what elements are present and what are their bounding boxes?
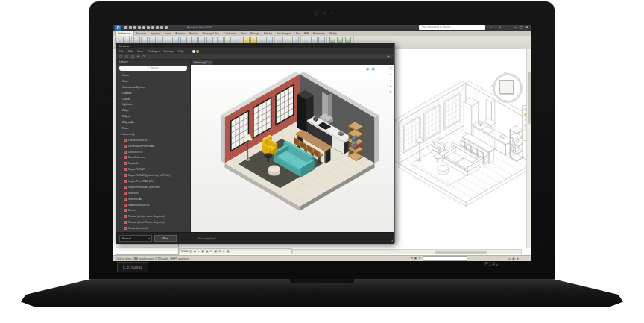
open-icon[interactable]	[124, 26, 127, 29]
filter-select-icon[interactable]: ▼	[517, 257, 520, 260]
library-node[interactable]: Scale (amount)	[116, 225, 190, 231]
camera-export-icon[interactable]: ◉	[366, 66, 369, 71]
library-search-input[interactable]: ⌕ Search	[119, 66, 187, 71]
search-input[interactable]: Type a keyword or phrase	[419, 25, 485, 30]
tab-architecture[interactable]: Architecture	[115, 31, 134, 36]
library-category[interactable]: ›Face	[116, 125, 190, 131]
maximize-button[interactable]: ▢	[520, 25, 523, 31]
redo-icon[interactable]	[138, 26, 141, 29]
library-node[interactable]: ExportToSAT	[116, 166, 190, 172]
sign-in-icon[interactable]: ◔	[486, 25, 487, 30]
save-icon[interactable]	[129, 26, 132, 29]
library-category[interactable]: ›Ellipse	[116, 113, 190, 119]
library-category[interactable]: ›Curve	[116, 96, 190, 102]
zoom-in-icon[interactable]: +	[390, 72, 392, 76]
view-scale[interactable]: 1:100	[181, 250, 188, 253]
horizontal-scrollbar[interactable]	[292, 249, 522, 254]
resize-grip[interactable]: ◢	[391, 239, 393, 242]
status-filter-box[interactable]	[423, 256, 467, 261]
run-button[interactable]: Run	[154, 235, 177, 242]
workspace-tab[interactable]: Interior.dyn* ✕	[192, 60, 213, 65]
editable-only-icon[interactable]: ☑	[508, 257, 511, 260]
menu-edit[interactable]: Edit	[128, 50, 133, 53]
new-file-icon[interactable]: ▢	[119, 54, 122, 59]
app-store-icon[interactable]: ⌂	[495, 25, 496, 30]
library-category[interactable]: ›Edge	[116, 107, 190, 113]
crop-view-icon[interactable]: ⊡	[210, 249, 212, 254]
rendering-icon[interactable]: ◉	[206, 249, 209, 254]
menu-file[interactable]: File	[119, 50, 124, 53]
redo-icon[interactable]: ↷	[142, 54, 145, 59]
zoom-out-icon[interactable]: −	[390, 78, 392, 82]
crop-region-icon[interactable]: ▣	[214, 249, 217, 254]
vertical-scrollbar[interactable]	[526, 49, 531, 248]
filter-icon[interactable]: ▼	[418, 257, 421, 260]
print-icon[interactable]	[142, 26, 145, 29]
library-node[interactable]: Explode	[116, 160, 190, 166]
library-node[interactable]: ImportFromSAT (filePath)	[116, 184, 190, 190]
render-icon[interactable]	[165, 26, 168, 29]
library-category[interactable]: ›Cylinder	[116, 101, 190, 107]
close-tab-icon[interactable]: ✕	[209, 61, 211, 64]
library-node[interactable]: DeserializeFromSAB	[116, 143, 190, 149]
library-category[interactable]: ⌄Geometry	[116, 131, 190, 137]
pan-icon[interactable]: ✛	[389, 84, 392, 88]
viewcube-face[interactable]	[499, 80, 514, 94]
viewcube[interactable]	[490, 71, 522, 102]
analytical-model-icon[interactable]: ▦	[227, 249, 230, 254]
undo-icon[interactable]	[133, 26, 136, 29]
design-options-icon[interactable]: ▣	[414, 257, 417, 260]
library-node[interactable]: Mirror	[116, 207, 190, 213]
temporary-hide-icon[interactable]: ⊞	[218, 249, 221, 254]
undo-icon[interactable]: ↶	[137, 54, 140, 59]
library-category[interactable]: ›Cuboid	[116, 90, 190, 96]
open-file-icon[interactable]: ◱	[125, 54, 128, 59]
library-node[interactable]: IsAlmostEqualTo	[116, 202, 190, 208]
menu-view[interactable]: View	[137, 50, 143, 53]
section-icon[interactable]	[160, 26, 163, 29]
library-node[interactable]: DistanceTo	[116, 149, 190, 155]
viewcube-west-arrow[interactable]	[490, 84, 493, 87]
viewcube-south-arrow[interactable]	[504, 100, 507, 103]
zoom-fit-icon[interactable]: ◻	[389, 66, 392, 70]
revit-logo-icon[interactable]: R	[115, 25, 121, 31]
library-node[interactable]: IntersectAll	[116, 196, 190, 202]
save-icon[interactable]: ⬓	[131, 54, 134, 59]
library-node[interactable]: DoesIntersect	[116, 154, 190, 160]
worksets-icon[interactable]: ▾	[411, 257, 413, 260]
detail-level-icon[interactable]: ▤	[189, 249, 192, 254]
run-mode-select[interactable]: Manual▾	[119, 235, 152, 242]
shadows-icon[interactable]: ◩	[202, 249, 205, 254]
visual-style-icon[interactable]: ◆	[194, 249, 196, 254]
favorites-icon[interactable]: ☆	[490, 25, 493, 30]
sun-path-icon[interactable]: ☼	[198, 249, 201, 254]
library-node[interactable]: Rotate (origin, axis, degrees)	[116, 213, 190, 219]
tag-icon[interactable]	[151, 26, 154, 29]
library-category[interactable]: ›EllipseArc	[116, 119, 190, 125]
3d-view-icon[interactable]	[156, 26, 159, 29]
library-node[interactable]: ImportFromSAT (file)	[116, 178, 190, 184]
close-button[interactable]: ✕	[525, 25, 528, 31]
dynamo-title-bar[interactable]: Dynamo	[116, 43, 394, 48]
select-count-icon[interactable]: ▦	[512, 257, 514, 260]
dynamo-canvas[interactable]: Interior.dyn* ✕ ◉▣ ◻+−✛↻	[191, 60, 394, 232]
camera-icon[interactable]: ◉	[387, 54, 390, 59]
menu-packages[interactable]: Packages	[148, 50, 160, 53]
library-category[interactable]: ›CoordinateSystem	[116, 84, 190, 90]
library-node[interactable]: Intersect	[116, 190, 190, 196]
library-category[interactable]: ›Cone	[116, 72, 190, 78]
geometry-view-icon[interactable]: ▣	[371, 66, 375, 71]
library-node[interactable]: Rotate (basePlane, degrees)	[116, 219, 190, 225]
library-node[interactable]: ClosestPointTo	[116, 137, 190, 143]
measure-icon[interactable]	[147, 26, 150, 29]
orbit-icon[interactable]: ↻	[389, 90, 392, 94]
reveal-hidden-icon[interactable]: ◎	[222, 249, 225, 254]
library-category[interactable]: ›Core	[116, 78, 190, 84]
menu-help[interactable]: Help	[178, 50, 183, 53]
minimize-button[interactable]: –	[514, 25, 517, 31]
menu-settings[interactable]: Settings	[164, 50, 174, 53]
viewcube-north-arrow[interactable]	[504, 70, 507, 73]
viewcube-east-arrow[interactable]	[520, 84, 523, 87]
help-icon[interactable]: ?	[499, 25, 500, 30]
library-node[interactable]: ExportToSAT (geometry, filePath)	[116, 172, 190, 178]
